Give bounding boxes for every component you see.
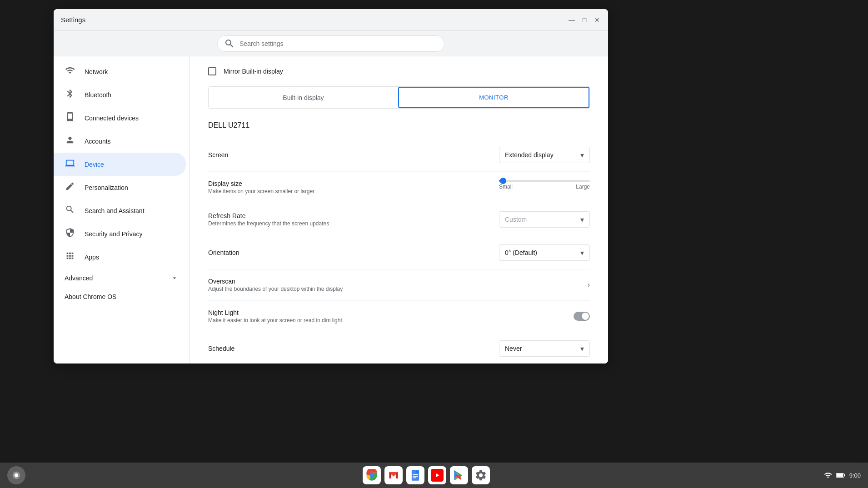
svg-rect-12 <box>836 473 843 477</box>
sidebar-label-accounts: Accounts <box>85 138 111 145</box>
search-bar-container <box>54 31 608 56</box>
setting-info-schedule: Schedule <box>208 345 499 352</box>
sidebar-item-personalization[interactable]: Personalization <box>54 176 186 199</box>
search-icon <box>224 38 235 49</box>
minimize-button[interactable]: — <box>568 16 575 24</box>
night-light-toggle[interactable] <box>574 312 590 321</box>
sidebar-advanced[interactable]: Advanced <box>54 269 190 288</box>
svg-point-3 <box>370 473 374 477</box>
sidebar-label-advanced: Advanced <box>65 274 93 282</box>
slider-container: Small Large <box>499 180 590 190</box>
sidebar: Network Bluetooth Connected devices <box>54 56 190 364</box>
slider-thumb[interactable] <box>500 178 506 184</box>
sidebar-item-apps[interactable]: Apps <box>54 245 186 269</box>
slider-track[interactable] <box>499 180 590 182</box>
setting-control-screen: Extended display ▾ <box>499 147 590 163</box>
taskbar-app-settings[interactable] <box>472 466 490 484</box>
chrome-icon <box>365 469 378 482</box>
sidebar-item-search-assistant[interactable]: Search and Assistant <box>54 199 186 222</box>
monitor-name: DELL U2711 <box>208 121 590 129</box>
sidebar-label-apps: Apps <box>85 254 99 261</box>
taskbar-apps <box>29 466 824 484</box>
taskbar-time: 9:00 <box>849 472 861 479</box>
taskbar-app-chrome[interactable] <box>363 466 381 484</box>
setting-row-night-light: Night Light Make it easier to look at yo… <box>208 301 590 332</box>
chevron-down-icon: ▾ <box>580 344 584 353</box>
search-bar[interactable] <box>217 35 444 52</box>
sidebar-item-accounts[interactable]: Accounts <box>54 129 186 153</box>
setting-row-refresh-rate: Refresh Rate Determines the frequency th… <box>208 203 590 236</box>
laptop-icon <box>65 158 75 170</box>
taskbar-app-youtube[interactable] <box>428 466 446 484</box>
sidebar-item-connected-devices[interactable]: Connected devices <box>54 106 186 129</box>
setting-info-orientation: Orientation <box>208 249 499 256</box>
maximize-button[interactable]: □ <box>581 16 588 24</box>
play-store-icon <box>453 469 465 482</box>
wifi-status-icon <box>824 471 832 479</box>
schedule-dropdown-value: Never <box>505 345 522 352</box>
schedule-dropdown[interactable]: Never ▾ <box>499 340 590 357</box>
display-toggle: Built-in display MONITOR <box>208 86 590 109</box>
setting-info-refresh-rate: Refresh Rate Determines the frequency th… <box>208 212 499 227</box>
taskbar-app-docs[interactable] <box>406 466 424 484</box>
monitor-tab[interactable]: MONITOR <box>398 87 589 108</box>
setting-title-orientation: Orientation <box>208 249 499 256</box>
battery-icon <box>836 471 846 479</box>
setting-info-display-size: Display size Make items on your screen s… <box>208 180 314 194</box>
slider-labels: Small Large <box>499 184 590 190</box>
chevron-down-icon: ▾ <box>580 249 584 257</box>
taskbar-app-play[interactable] <box>450 466 468 484</box>
chevron-right-icon: › <box>588 281 590 289</box>
slider-small-label: Small <box>499 184 513 190</box>
refresh-rate-dropdown[interactable]: Custom ▾ <box>499 211 590 228</box>
titlebar: Settings — □ ✕ <box>54 9 608 31</box>
youtube-icon <box>431 469 444 482</box>
taskbar: 9:00 <box>0 463 868 488</box>
sidebar-item-bluetooth[interactable]: Bluetooth <box>54 83 186 106</box>
search-input[interactable] <box>239 40 438 47</box>
setting-title-night-light: Night Light <box>208 309 499 316</box>
svg-rect-6 <box>413 474 419 475</box>
mirror-checkbox[interactable] <box>208 67 216 75</box>
orientation-dropdown-value: 0° (Default) <box>505 249 537 256</box>
setting-control-orientation: 0° (Default) ▾ <box>499 244 590 261</box>
screen-dropdown-value: Extended display <box>505 151 554 159</box>
wifi-icon <box>65 65 75 78</box>
sidebar-item-about[interactable]: About Chrome OS <box>54 288 190 306</box>
sidebar-item-device[interactable]: Device <box>54 153 186 176</box>
content-area: Mirror Built-in display Built-in display… <box>190 56 608 364</box>
edit-icon <box>65 181 75 194</box>
orientation-dropdown[interactable]: 0° (Default) ▾ <box>499 244 590 261</box>
setting-title-screen: Screen <box>208 151 499 159</box>
mirror-row: Mirror Built-in display <box>208 67 590 75</box>
sidebar-label-personalization: Personalization <box>85 184 128 191</box>
sidebar-label-device: Device <box>85 161 104 168</box>
launcher-icon <box>12 471 21 480</box>
sidebar-label-security-privacy: Security and Privacy <box>85 230 143 238</box>
settings-window: Settings — □ ✕ Network <box>54 9 608 364</box>
gmail-icon <box>387 469 400 482</box>
setting-control-schedule: Never ▾ <box>499 340 590 357</box>
phone-icon <box>65 112 75 124</box>
chevron-down-icon: ▾ <box>580 151 584 159</box>
close-button[interactable]: ✕ <box>594 16 601 24</box>
slider-large-label: Large <box>576 184 590 190</box>
taskbar-app-gmail[interactable] <box>384 466 403 484</box>
sidebar-label-network: Network <box>85 68 108 75</box>
builtin-display-tab[interactable]: Built-in display <box>209 87 398 108</box>
window-title: Settings <box>61 16 568 24</box>
toggle-knob <box>582 313 589 320</box>
screen-dropdown[interactable]: Extended display ▾ <box>499 147 590 163</box>
setting-title-schedule: Schedule <box>208 345 499 352</box>
sidebar-label-bluetooth: Bluetooth <box>85 91 111 99</box>
svg-point-1 <box>15 473 18 477</box>
taskbar-launcher[interactable] <box>7 466 25 484</box>
person-icon <box>65 135 75 147</box>
sidebar-label-connected-devices: Connected devices <box>85 115 139 122</box>
setting-row-orientation: Orientation 0° (Default) ▾ <box>208 236 590 269</box>
sidebar-item-network[interactable]: Network <box>54 60 186 83</box>
sidebar-item-security-privacy[interactable]: Security and Privacy <box>54 222 186 245</box>
setting-row-overscan[interactable]: Overscan Adjust the boundaries of your d… <box>208 269 590 301</box>
setting-control-overscan: › <box>499 281 590 289</box>
setting-title-refresh-rate: Refresh Rate <box>208 212 499 219</box>
